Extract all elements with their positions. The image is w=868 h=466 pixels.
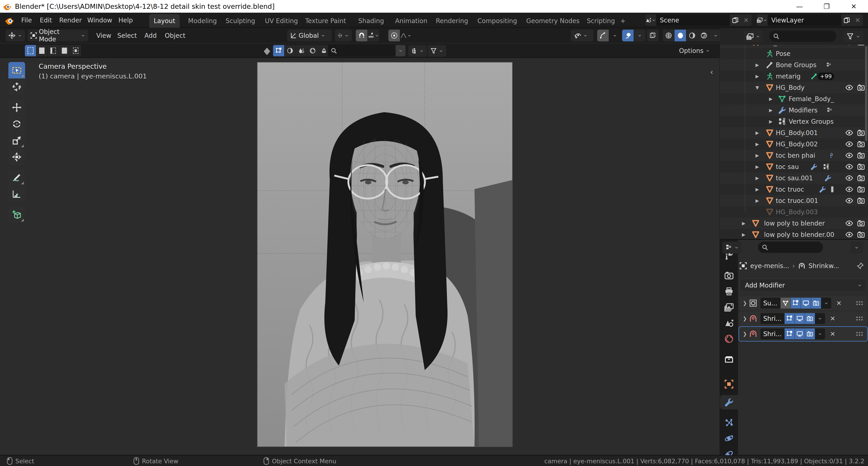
falloff-dropdown[interactable] (400, 30, 412, 41)
workspace-tab-geometry-nodes[interactable]: Geometry Nodes (522, 14, 584, 28)
show-in-viewport-toggle[interactable] (801, 298, 811, 309)
hide-eye-icon[interactable] (845, 231, 853, 238)
menu-help[interactable]: Help (115, 13, 136, 28)
snap-settings-dropdown[interactable] (368, 30, 379, 41)
viewport-menu-select[interactable]: Select (114, 28, 140, 43)
tab-output[interactable] (720, 284, 738, 299)
menu-render[interactable]: Render (56, 13, 85, 28)
select-mode-intersect-icon[interactable] (70, 45, 81, 56)
viewlayer-new-icon[interactable] (841, 14, 852, 26)
delete-modifier-icon[interactable]: ✕ (830, 315, 835, 322)
hide-eye-icon[interactable] (845, 185, 853, 193)
tab-modifiers[interactable] (720, 395, 738, 409)
outliner-search-input[interactable] (769, 31, 836, 42)
hide-eye-icon[interactable] (845, 220, 853, 227)
modifier-name-field[interactable]: Shri... (761, 328, 784, 339)
shading-solid-button[interactable] (675, 30, 686, 41)
tool-measure[interactable] (8, 186, 25, 202)
show-in-render-toggle[interactable] (805, 328, 815, 339)
properties-search-input[interactable] (758, 241, 823, 253)
render-camera-icon[interactable] (857, 231, 865, 238)
drag-handle[interactable] (856, 316, 864, 321)
render-camera-icon[interactable] (857, 220, 865, 227)
close-button[interactable]: ✕ (841, 0, 867, 13)
outliner-row-low-poly-001[interactable]: ▶ low poly to blender.00 (720, 229, 868, 239)
viewlayer-selector[interactable]: ViewLayer ✕ (757, 14, 863, 26)
shading-rendered-button[interactable] (698, 30, 710, 41)
render-camera-icon[interactable] (857, 129, 865, 137)
snap-toggle[interactable] (356, 30, 368, 41)
hide-eye-icon[interactable] (845, 140, 853, 148)
tool-add-cube[interactable] (8, 206, 25, 223)
expand-caret-icon[interactable]: ❯ (743, 331, 747, 337)
sidebar-collapse-arrow[interactable]: ‹ (710, 67, 713, 77)
viewport-menu-add[interactable]: Add (141, 28, 160, 43)
outliner-display-mode-dropdown[interactable] (744, 31, 763, 42)
render-camera-icon[interactable] (857, 84, 865, 91)
select-mode-set-icon[interactable] (25, 45, 36, 56)
tab-collection[interactable] (720, 352, 738, 367)
render-camera-icon[interactable] (857, 140, 865, 148)
filter-world-icon[interactable] (307, 45, 318, 56)
minimize-button[interactable]: — (786, 0, 812, 13)
filter-dropdown[interactable] (428, 45, 446, 57)
tool-move[interactable] (8, 99, 25, 116)
outliner-row-low-poly[interactable]: ▶ low poly to blender (720, 217, 868, 229)
filter-texture-icon[interactable] (296, 45, 307, 56)
display-mode-dropdown[interactable] (408, 45, 427, 57)
tab-physics[interactable] (720, 431, 738, 446)
render-camera-icon[interactable] (857, 151, 865, 159)
proportional-edit-toggle[interactable] (388, 30, 400, 41)
workspace-tab-animation[interactable]: Animation (391, 14, 432, 28)
outliner-row-modifiers[interactable]: ▶ Modifiers (720, 105, 868, 116)
tab-scene[interactable] (720, 316, 738, 330)
hide-eye-icon[interactable] (845, 163, 853, 171)
show-in-viewport-toggle[interactable] (795, 313, 805, 324)
blender-menu-icon[interactable] (4, 16, 14, 25)
show-in-render-toggle[interactable] (811, 298, 821, 309)
outliner-row-toc-truoc[interactable]: ▶ toc truoc (720, 184, 868, 195)
outliner-row-hg-body[interactable]: ▼ HG_Body (720, 82, 868, 93)
hide-eye-icon[interactable] (845, 174, 853, 182)
add-workspace-button[interactable]: + (616, 14, 630, 28)
viewlayer-browse-icon[interactable] (757, 14, 768, 26)
gizmo-dropdown[interactable] (609, 30, 621, 41)
modifier-row-shrinkwrap-1[interactable]: ❯ Shri... ✕ (739, 312, 867, 325)
scene-unlink-icon[interactable]: ✕ (741, 14, 752, 26)
tool-cursor[interactable] (8, 79, 25, 95)
select-mode-invert-icon[interactable] (59, 45, 70, 56)
outliner-row-toc-sau[interactable]: ▶ toc sau (720, 161, 868, 172)
tab-view-layer[interactable] (720, 300, 738, 315)
shading-wireframe-button[interactable] (663, 30, 675, 41)
xray-toggle[interactable] (647, 30, 659, 41)
outliner-row-toc-truoc-001[interactable]: ▶ toc truoc.001 (720, 195, 868, 206)
render-camera-icon[interactable] (857, 174, 865, 182)
viewport-menu-object[interactable]: Object (162, 28, 188, 43)
search-expand-button[interactable] (396, 45, 405, 56)
tool-select-box[interactable] (8, 62, 25, 79)
outliner-filter-dropdown[interactable] (844, 31, 864, 42)
mode-dropdown[interactable]: Object Mode (28, 30, 88, 41)
modifier-name-field[interactable]: Su... (761, 298, 780, 309)
menu-edit[interactable]: Edit (37, 13, 55, 28)
outliner-row-hg-body-003[interactable]: HG_Body.003 (720, 206, 868, 217)
overlays-dropdown[interactable] (634, 30, 646, 41)
overlays-toggle[interactable] (622, 30, 634, 41)
object-visibility-dropdown[interactable] (571, 30, 593, 41)
outliner-row-toc-sau-001[interactable]: ▶ toc sau.001 (720, 172, 868, 184)
tab-world[interactable] (720, 332, 738, 346)
scene-new-icon[interactable] (730, 14, 741, 26)
viewlayer-remove-icon[interactable]: ✕ (852, 14, 863, 26)
show-in-editmode-toggle[interactable] (784, 328, 795, 339)
show-in-viewport-toggle[interactable] (795, 328, 805, 339)
modifier-name-field[interactable]: Shri... (761, 313, 784, 324)
modifier-extras-dropdown[interactable] (815, 313, 825, 324)
workspace-tab-rendering[interactable]: Rendering (431, 14, 473, 28)
tool-options-dropdown[interactable]: Options (676, 43, 713, 58)
pin-icon[interactable] (857, 262, 864, 270)
render-camera-icon[interactable] (857, 185, 865, 193)
render-camera-icon[interactable] (857, 197, 865, 204)
hide-eye-icon[interactable] (845, 151, 853, 159)
modifier-extras-dropdown[interactable] (821, 298, 831, 309)
menu-file[interactable]: File (18, 13, 35, 28)
